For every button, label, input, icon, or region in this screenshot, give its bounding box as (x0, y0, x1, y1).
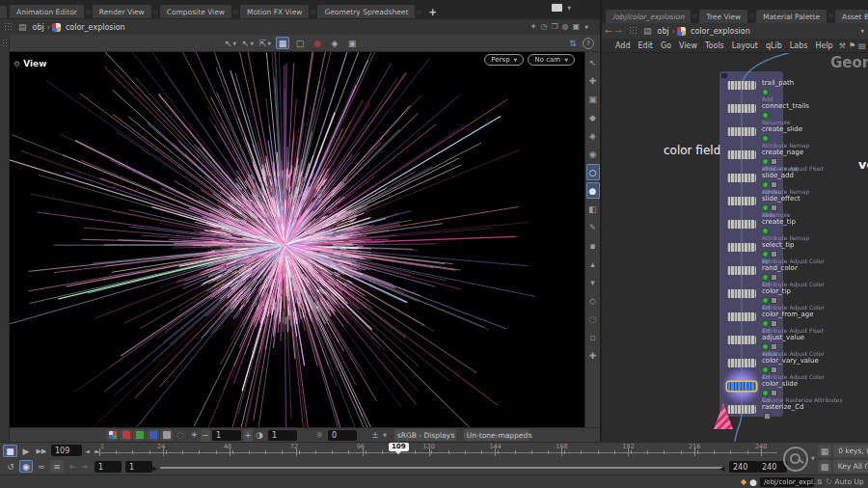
keys-info-button[interactable]: 0 keys, 0/0 chan (833, 445, 868, 457)
node-name-label[interactable]: color_slide (762, 380, 868, 388)
edit-handle-icon[interactable]: ⇱▼ (258, 37, 272, 49)
gamma-icon[interactable]: ☼ (312, 429, 326, 442)
misc-icon[interactable]: ✚ (586, 347, 600, 364)
set-key-button[interactable] (783, 447, 808, 472)
pathbar-icon[interactable]: ◷ (540, 22, 547, 31)
tonemap-select[interactable]: Un-tone-mapped⇅ (464, 429, 529, 441)
node[interactable]: Attribute Remapcreate_nageslide → nage (727, 150, 756, 159)
shade-icon[interactable]: ◉ (586, 146, 600, 162)
pane-tab[interactable]: Asset Browser (835, 10, 868, 23)
breadcrumb-node[interactable]: color_explosion (66, 23, 125, 32)
brightness-plus-button[interactable]: + (243, 429, 253, 442)
node-name-label[interactable]: color_tip (762, 287, 868, 295)
node[interactable]: Attribute Adjust Colorcolor_tipCd (727, 289, 756, 298)
node-body[interactable] (727, 289, 756, 298)
pan-tool-icon[interactable]: ✚ (586, 72, 600, 89)
key-menu-caret-icon[interactable]: ▼ (811, 455, 815, 461)
shield-icon[interactable]: ◈ (328, 37, 341, 49)
menu-item[interactable]: Add (615, 41, 631, 50)
menu-item[interactable]: Labs (790, 41, 808, 50)
channel-blue-button[interactable] (147, 429, 159, 441)
timeline-ruler[interactable]: 124487296120144168192216240109 (96, 443, 800, 459)
refresh-icon[interactable]: ↻ (826, 477, 832, 486)
node[interactable]: trail_path (727, 81, 756, 90)
skip-to-end-button[interactable]: ▶▶ (35, 445, 48, 457)
colorspace-select[interactable]: sRGB - Display⇅ (394, 429, 456, 441)
projection-button[interactable]: Persp▼ (484, 54, 524, 66)
normals-icon[interactable]: ▴ (586, 256, 600, 272)
camera-button[interactable]: No cam▼ (528, 54, 575, 66)
key-all-channels-button[interactable]: Key All Channels (833, 460, 868, 473)
menu-item[interactable]: Edit (638, 41, 654, 50)
node-name-label[interactable]: slide_add (762, 172, 868, 179)
node-body[interactable] (727, 336, 756, 344)
light-icon[interactable]: ◈ (586, 127, 600, 144)
node-body[interactable] (727, 81, 756, 90)
play-button[interactable]: ▶ (19, 445, 33, 457)
node-body[interactable] (727, 405, 756, 414)
gamma-field[interactable]: 0 (328, 430, 357, 441)
channel-luma-button[interactable] (160, 429, 173, 441)
translate-handle-icon[interactable]: ↖▼ (241, 37, 255, 49)
cook-mode-icon[interactable]: ◆ (741, 477, 746, 486)
menu-item[interactable]: qLib (766, 41, 782, 50)
pane-tab[interactable]: Tree View (699, 10, 747, 23)
channel-red-button[interactable] (120, 429, 132, 441)
wire-mode-icon[interactable]: ◧ (586, 201, 600, 217)
exposure-icon[interactable]: ± (368, 429, 382, 442)
step-back-button[interactable]: ◄ (83, 445, 92, 457)
gear-icon[interactable]: ⚙ (14, 60, 20, 68)
node[interactable]: Attribute Adjust Floatslide_addcurveu (727, 174, 756, 182)
menu-toolbar-icon[interactable]: ⚑ (849, 41, 855, 50)
current-frame-field[interactable]: 109 (51, 445, 82, 456)
range-right-handle[interactable]: ◀ (719, 465, 724, 473)
prev-key-button[interactable]: ⇤ (68, 460, 78, 473)
layout-icon[interactable]: ▣ (586, 91, 600, 107)
brightness-minus-button[interactable]: − (201, 429, 210, 442)
pathbar-caret-icon[interactable]: ▼ (584, 24, 588, 30)
node-body[interactable] (727, 174, 756, 182)
drag-grip-icon[interactable] (629, 26, 637, 36)
node-name-label[interactable]: color_vary_value (762, 357, 868, 365)
node-name-label[interactable]: create_slide (762, 125, 868, 133)
dot-icon[interactable]: ▪ (586, 237, 600, 254)
contrast-field[interactable]: 1 (268, 430, 297, 441)
next-key-button[interactable]: ⇥ (79, 460, 89, 473)
new-tab-button[interactable]: + (423, 7, 441, 17)
node[interactable]: Attribute Adjust Colorcolor_slideCd (727, 382, 756, 391)
menu-item[interactable]: Layout (732, 41, 758, 50)
channel-rgb-button[interactable] (106, 429, 119, 441)
global-end-field[interactable]: 240 (758, 461, 787, 473)
partial-tab[interactable] (0, 6, 7, 18)
pathbar-icon[interactable]: ✦ (530, 22, 537, 31)
node-name-label[interactable]: slide_effect (762, 195, 868, 203)
lock-icon[interactable]: ◆ (586, 109, 600, 125)
pathbar-icon[interactable]: ◍ (562, 22, 569, 31)
magnify-icon[interactable]: ◌ (174, 429, 187, 442)
pane-tab[interactable]: Motion FX View (240, 5, 309, 18)
range-slider-track[interactable] (160, 467, 723, 469)
node-body[interactable] (727, 243, 756, 252)
node-body[interactable] (727, 266, 756, 275)
node-name-label[interactable]: create_tip (762, 218, 868, 226)
pane-tab[interactable]: Composite View (160, 5, 231, 18)
status-path-field[interactable]: /obj/color_expl... (760, 477, 814, 487)
pathbar-icon[interactable]: ▣ (573, 22, 581, 31)
range-left-handle[interactable]: ▶ (152, 465, 157, 473)
breadcrumb-node[interactable]: color_explosion (691, 27, 750, 36)
breadcrumb-root[interactable]: obj (658, 27, 669, 36)
audio-icon[interactable]: ≈ (35, 460, 48, 473)
menu-item[interactable]: Go (661, 41, 671, 50)
node-name-label[interactable]: create_nage (762, 149, 868, 156)
pane-tab[interactable]: Geometry Spreadsheet (317, 5, 415, 18)
node-body[interactable] (727, 127, 756, 136)
menu-toolbar-icon[interactable]: ▤ (858, 41, 866, 50)
realtime-toggle-icon[interactable]: ◉ (19, 460, 33, 473)
display-menu-caret-icon[interactable]: ▼ (383, 432, 387, 438)
grid-icon[interactable]: ◇ (586, 292, 600, 309)
range-start-field[interactable]: 1 (125, 461, 152, 473)
node[interactable]: Attribute Adjust Colorcolor_from_ageCd (727, 312, 756, 321)
node[interactable]: Attribute Remapselect_tiptip (727, 243, 756, 252)
breadcrumb-root[interactable]: obj (33, 23, 44, 32)
node-name-label[interactable]: select_tip (762, 241, 868, 249)
